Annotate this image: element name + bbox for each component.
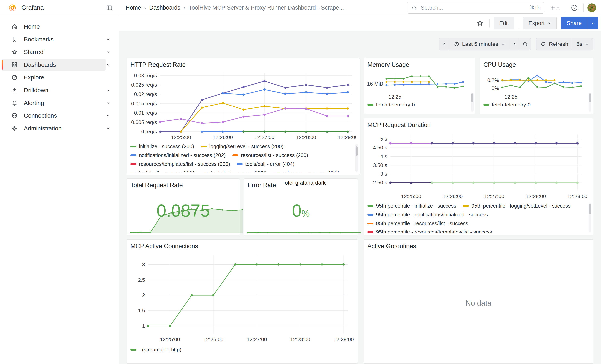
favorite-star-button[interactable] — [475, 18, 485, 28]
svg-text:12:26:00: 12:26:00 — [443, 193, 463, 199]
legend-label: - (streamable-http) — [139, 347, 181, 353]
search-input[interactable] — [420, 4, 526, 11]
share-button[interactable]: Share — [561, 17, 587, 30]
legend-scrollbar[interactable] — [355, 144, 358, 172]
mcp-request-duration-chart[interactable]: 12:25:0012:26:0012:27:0012:28:0012:29:00… — [368, 130, 590, 201]
legend-item[interactable]: 95th percentile - notifications/initiali… — [368, 212, 488, 218]
legend-label: 95th percentile - initialize - success — [376, 203, 456, 209]
sidebar-item-starred[interactable]: Starred — [0, 46, 117, 59]
legend-item[interactable]: tools/call - success (200) — [130, 170, 196, 172]
divider — [583, 4, 583, 12]
refresh-button[interactable]: Refresh — [536, 38, 572, 50]
panel-total-request-rate[interactable]: Total Request Rate 0.0875 — [127, 178, 240, 236]
chevron-down-icon[interactable] — [105, 36, 111, 42]
legend-swatch-icon — [201, 146, 207, 148]
svg-text:0.025 req/s: 0.025 req/s — [131, 82, 157, 88]
legend-item[interactable]: 95th percentile - resources/templates/li… — [368, 229, 492, 233]
share-menu-button[interactable] — [587, 17, 598, 30]
legend-item[interactable]: notifications/initialized - success (202… — [130, 152, 226, 158]
panel-http-request-rate[interactable]: HTTP Request Rate 12:25:0012:26:0012:27:… — [127, 58, 360, 175]
panel-title: Active Goroutines — [368, 242, 590, 250]
breadcrumb-dashboards[interactable]: Dashboards — [149, 4, 180, 11]
chevron-down-icon — [501, 42, 505, 46]
legend-label: fetch-telemetry-0 — [492, 102, 531, 108]
theme-overlay-label: otel-grafana-dark — [285, 180, 326, 186]
legend-item[interactable]: tools/list - success (200) — [202, 170, 267, 172]
chevron-down-icon[interactable] — [105, 87, 111, 93]
time-shift-forward-button[interactable] — [509, 38, 520, 50]
legend-label: tools/call - error (404) — [245, 161, 294, 167]
search-icon — [411, 5, 417, 11]
search-box[interactable]: ⌘+k — [407, 2, 544, 13]
sidebar-item-alerting[interactable]: Alerting — [0, 97, 117, 109]
top-nav-bar: Grafana Home › Dashboards › ToolHive MCP… — [0, 0, 601, 16]
panel-cpu-usage[interactable]: CPU Usage 12:250.2%0% fetch-telemetry-0 — [480, 58, 593, 114]
legend-scrollbar[interactable] — [589, 93, 591, 112]
legend-item[interactable]: 95th percentile - initialize - success — [368, 203, 456, 209]
dock-sidebar-icon[interactable] — [105, 3, 114, 12]
svg-text:12:28:00: 12:28:00 — [290, 336, 310, 342]
legend-swatch-icon — [130, 146, 136, 148]
cpu-usage-chart[interactable]: 12:250.2%0% — [483, 70, 590, 100]
chevron-down-icon[interactable] — [105, 49, 111, 55]
svg-text:12:25: 12:25 — [388, 94, 401, 100]
legend-scrollbar[interactable] — [589, 203, 591, 232]
time-shift-back-button[interactable] — [439, 38, 450, 50]
time-range-picker[interactable]: Last 5 minutes — [450, 38, 509, 50]
sidebar-item-connections[interactable]: Connections — [0, 109, 117, 122]
gear-icon — [11, 125, 18, 132]
panel-active-goroutines[interactable]: Active Goroutines No data — [364, 239, 593, 364]
sidebar-item-dashboards[interactable]: Dashboards — [0, 59, 117, 71]
sidebar-item-bookmarks[interactable]: Bookmarks — [0, 33, 117, 46]
panel-error-rate[interactable]: Error Rate otel-grafana-dark 0% — [244, 178, 358, 236]
panel-mcp-request-duration[interactable]: MCP Request Duration 12:25:0012:26:0012:… — [364, 118, 593, 236]
legend-swatch-icon — [130, 349, 136, 351]
svg-text:4.50 s: 4.50 s — [373, 145, 387, 151]
export-button[interactable]: Export — [523, 17, 557, 30]
legend-item[interactable]: fetch-telemetry-0 — [483, 102, 531, 108]
grafana-logo-icon — [8, 3, 17, 12]
error-rate-value: 0% — [244, 200, 358, 221]
legend-item[interactable]: logging/setLevel - success (200) — [201, 143, 283, 150]
edit-button[interactable]: Edit — [494, 17, 514, 30]
mcp-active-connections-chart[interactable]: 12:25:0012:26:0012:27:0012:28:0012:29:00… — [130, 251, 354, 345]
legend-item[interactable]: resources/templates/list - success (200) — [130, 161, 230, 167]
sidebar-item-drilldown[interactable]: Drilldown — [0, 84, 117, 97]
http-request-rate-chart[interactable]: 12:25:0012:26:0012:27:0012:28:0012:29:00… — [130, 70, 356, 141]
svg-text:0.03 req/s: 0.03 req/s — [134, 72, 157, 79]
no-data-message: No data — [364, 299, 593, 307]
drilldown-icon — [11, 87, 18, 94]
legend-swatch-icon — [368, 223, 373, 224]
breadcrumb-home[interactable]: Home — [126, 4, 141, 11]
add-new-button[interactable] — [548, 3, 561, 12]
clock-icon — [454, 41, 459, 47]
sidebar-item-home[interactable]: Home — [0, 20, 117, 33]
legend-item[interactable]: initialize - success (200) — [130, 143, 194, 150]
panel-mcp-active-connections[interactable]: MCP Active Connections 12:25:0012:26:001… — [127, 239, 358, 364]
sidebar-item-label: Administration — [24, 125, 62, 132]
panel-memory-usage[interactable]: Memory Usage 12:2516 MiB fetch-telemetry… — [364, 58, 475, 114]
chevron-down-icon[interactable] — [105, 100, 111, 106]
legend-item[interactable]: fetch-telemetry-0 — [368, 102, 415, 108]
topbar-actions: ⌘+k ? — [407, 2, 601, 13]
memory-usage-chart[interactable]: 12:2516 MiB — [368, 70, 472, 100]
refresh-interval-picker[interactable]: 5s — [572, 38, 593, 50]
sidebar-item-administration[interactable]: Administration — [0, 122, 117, 135]
help-button[interactable]: ? — [569, 3, 579, 13]
chevron-right-icon — [512, 42, 517, 47]
chevron-down-icon[interactable] — [105, 125, 111, 131]
zoom-out-button[interactable] — [520, 38, 531, 50]
legend-item[interactable]: tools/call - error (404) — [237, 161, 294, 167]
sidebar-item-explore[interactable]: Explore — [0, 71, 117, 84]
legend-item[interactable]: unknown - success (200) — [273, 170, 339, 172]
user-avatar[interactable] — [588, 3, 596, 12]
chevron-down-icon[interactable] — [105, 62, 111, 68]
legend-item[interactable]: 95th percentile - resources/list - succe… — [368, 220, 468, 226]
bookmark-icon — [11, 36, 18, 43]
chevron-down-icon[interactable] — [105, 113, 111, 119]
legend-item[interactable]: resources/list - success (200) — [232, 152, 308, 158]
legend-item[interactable]: 95th percentile - logging/setLevel - suc… — [463, 203, 571, 209]
legend-swatch-icon — [368, 214, 373, 216]
legend-item[interactable]: - (streamable-http) — [130, 347, 181, 353]
legend-scrollbar[interactable] — [471, 93, 474, 112]
